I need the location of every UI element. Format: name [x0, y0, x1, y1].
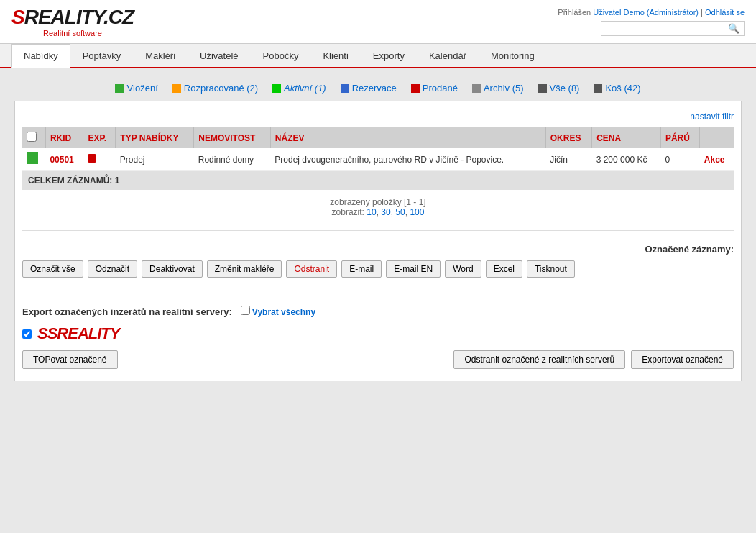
cell-paru: 0 — [660, 148, 699, 171]
filter-dot-aktivni — [272, 84, 281, 93]
filter-dot-kos — [594, 84, 602, 93]
th-typ_nabidky[interactable]: TYP NABÍDKY — [116, 127, 194, 148]
table-row: 00501ProdejRodinné domyProdej dvougenera… — [22, 148, 734, 171]
sidebar-item-poptavky[interactable]: Poptávky — [70, 44, 133, 67]
filter-dot-archiv — [472, 84, 481, 93]
search-box: 🔍 — [601, 21, 745, 36]
odstranit-button[interactable]: Odstranit — [286, 260, 337, 278]
filter-dot-prodane — [411, 84, 420, 93]
filter-rozpracovane[interactable]: Rozpracované (2) — [172, 83, 258, 94]
sreality-logo-label[interactable]: SSREALITY — [37, 324, 119, 343]
vybrat-vsechny-checkbox[interactable] — [241, 306, 250, 315]
exportovat-oznacene-button[interactable]: Exportovat označené — [631, 350, 734, 369]
sidebar-item-nabidky[interactable]: Nabídky — [11, 44, 70, 68]
th-nazev[interactable]: NÁZEV — [270, 127, 545, 148]
word-button[interactable]: Word — [445, 260, 481, 278]
user-name-link[interactable]: Uživatel Demo (Administrátor) — [593, 8, 699, 17]
excel-button[interactable]: Excel — [486, 260, 522, 278]
filter-label-vlozeni: Vložení — [126, 83, 157, 94]
filter-vse[interactable]: Vše (8) — [538, 83, 580, 94]
th-paru[interactable]: PÁRŮ — [660, 127, 699, 148]
filter-prodane[interactable]: Prodané — [411, 83, 458, 94]
data-table: RKIDEXP.TYP NABÍDKYNEMOVITOSTNÁZEVOKRESC… — [22, 127, 734, 171]
cell-typ-nabidky: Prodej — [116, 148, 194, 171]
pagination-option-50[interactable]: 50 — [395, 207, 405, 217]
sidebar-item-monitoring[interactable]: Monitoring — [479, 44, 547, 67]
filter-bar: VloženíRozpracované (2)Aktivní (1)Rezerv… — [14, 76, 742, 101]
sidebar-item-uzivatele[interactable]: Uživatelé — [188, 44, 250, 67]
filter-aktivni[interactable]: Aktivní (1) — [272, 83, 326, 94]
th-exp[interactable]: EXP. — [83, 127, 116, 148]
sidebar-item-pobocky[interactable]: Pobočky — [251, 44, 311, 67]
row-status-indicator[interactable] — [27, 152, 38, 164]
sreality-name: SREALITY — [47, 324, 120, 342]
pagination-display: zobrazit: 10, 30, 50, 100 — [22, 207, 734, 217]
export-label-text: Export označených inzerátů na realitní s… — [22, 306, 232, 317]
export-bottom-buttons: TOPovat označené Odstranit označené z re… — [22, 350, 734, 369]
filter-label-vse: Vše (8) — [550, 83, 580, 94]
filter-dot-rezervace — [341, 84, 349, 93]
vybrat-vsechny-label[interactable]: Vybrat všechny — [241, 307, 316, 317]
logo-rest: REALITY.CZ — [24, 6, 134, 28]
sreality-checkbox[interactable] — [22, 329, 32, 339]
odznacit-button[interactable]: Odznačit — [88, 260, 137, 278]
deaktivovat-button[interactable]: Deaktivovat — [142, 260, 203, 278]
sidebar-item-kalendar[interactable]: Kalendář — [417, 44, 479, 67]
pagination-option-30[interactable]: 30 — [381, 207, 390, 217]
th-nemovitost[interactable]: NEMOVITOST — [194, 127, 271, 148]
sidebar-item-exporty[interactable]: Exporty — [361, 44, 417, 67]
right-export-buttons: Odstranit označené z realitních serverů … — [453, 350, 734, 369]
bottom-actions: Označené záznamy: Označit všeOdznačitDea… — [22, 237, 734, 285]
select-all-checkbox[interactable] — [27, 132, 37, 142]
email-button[interactable]: E-mail — [341, 260, 382, 278]
cell-exp — [83, 148, 116, 171]
th-akce — [700, 127, 734, 148]
main-content: VloženíRozpracované (2)Aktivní (1)Rezerv… — [0, 68, 756, 388]
logout-link[interactable]: Odhlásit se — [705, 8, 745, 17]
email-en-button[interactable]: E-mail EN — [386, 260, 441, 278]
cell-nazev: Prodej dvougeneračního, patrového RD v J… — [270, 148, 545, 171]
cell-nemovitost: Rodinné domy — [194, 148, 271, 171]
logo[interactable]: SREALITY.CZ — [11, 6, 134, 29]
sidebar-item-klienti[interactable]: Klienti — [310, 44, 360, 67]
pagination-option-100[interactable]: 100 — [410, 207, 424, 217]
header-right: Přihlášen Uživatel Demo (Administrátor) … — [558, 8, 745, 36]
oznacit-vse-button[interactable]: Označit vše — [22, 260, 83, 278]
odstranit-oznacene-button[interactable]: Odstranit označené z realitních serverů — [453, 350, 625, 369]
header: SREALITY.CZ Realitní software Přihlášen … — [0, 0, 756, 44]
sidebar-item-makleri[interactable]: Makléři — [133, 44, 188, 67]
filter-rezervace[interactable]: Rezervace — [341, 83, 397, 94]
logo-subtitle: Realitní software — [11, 29, 134, 37]
search-input[interactable] — [606, 23, 728, 33]
action-buttons: Označit všeOdznačitDeaktivovatZměnit mak… — [22, 260, 734, 278]
filter-label-prodane: Prodané — [423, 83, 458, 94]
oznacene-zaznamy-label: Označené záznamy: — [22, 244, 734, 260]
akce-link[interactable]: Akce — [704, 155, 725, 165]
search-icon[interactable]: 🔍 — [728, 23, 739, 34]
logo-area: SREALITY.CZ Realitní software — [11, 6, 134, 37]
filter-label-rozpracovane: Rozpracované (2) — [184, 83, 258, 94]
export-label: Export označených inzerátů na realitní s… — [22, 306, 734, 317]
th-rkid[interactable]: RKID — [45, 127, 83, 148]
filter-kos[interactable]: Koš (42) — [594, 83, 640, 94]
export-section: Export označených inzerátů na realitní s… — [22, 297, 734, 373]
nastavit-filtr-link[interactable]: nastavit filtr — [22, 109, 734, 127]
zmenit-maklere-button[interactable]: Změnit makléře — [207, 260, 282, 278]
filter-vlozeni[interactable]: Vložení — [115, 83, 157, 94]
filter-label-rezervace: Rezervace — [352, 83, 397, 94]
logo-s: S — [11, 6, 24, 28]
cell-akce[interactable]: Akce — [700, 148, 734, 171]
th-cena[interactable]: CENA — [592, 127, 661, 148]
filter-archiv[interactable]: Archiv (5) — [472, 83, 524, 94]
filter-label-aktivni: Aktivní (1) — [284, 83, 326, 94]
celkem-zaznamu: CELKEM ZÁZNAMŮ: 1 — [22, 171, 734, 190]
prihlaseni-label: Přihlášen — [558, 8, 591, 17]
th-okres[interactable]: OKRES — [545, 127, 591, 148]
cell-rkid: 00501 — [45, 148, 83, 171]
topovat-button[interactable]: TOPovat označené — [22, 350, 118, 369]
exp-indicator — [88, 154, 96, 163]
pagination-option-10[interactable]: 10 — [367, 207, 376, 217]
tisknout-button[interactable]: Tisknout — [527, 260, 575, 278]
th-checkbox — [22, 127, 45, 148]
sreality-logo-text: SSREALITY — [37, 324, 119, 342]
